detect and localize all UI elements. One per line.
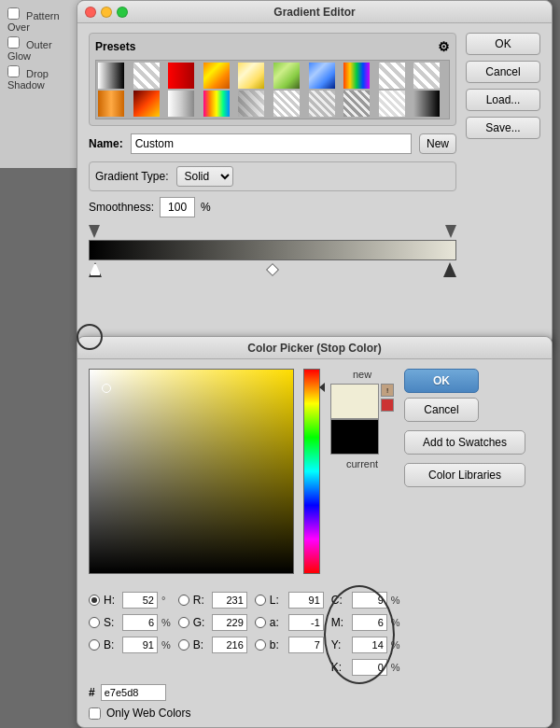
gradient-type-label: Gradient Type: — [95, 170, 169, 183]
preset-swatch[interactable] — [343, 91, 370, 117]
opacity-stop-left[interactable] — [89, 225, 100, 238]
drop-shadow-checkbox[interactable] — [7, 65, 20, 77]
k-input[interactable] — [352, 659, 387, 676]
b2-radio[interactable] — [178, 639, 189, 651]
ok-button[interactable]: OK — [466, 33, 540, 55]
s-input[interactable] — [122, 614, 158, 631]
add-to-swatches-button[interactable]: Add to Swatches — [404, 430, 525, 455]
cp-ok-button[interactable]: OK — [404, 369, 479, 393]
preset-swatch[interactable] — [379, 91, 405, 117]
preset-swatch[interactable] — [309, 91, 335, 117]
a-input[interactable] — [288, 614, 324, 631]
opacity-stop-right[interactable] — [445, 225, 456, 238]
gear-icon[interactable]: ⚙ — [438, 39, 450, 54]
preset-swatch[interactable] — [98, 63, 124, 89]
close-button[interactable] — [85, 7, 96, 18]
warning-icon[interactable]: ! — [381, 384, 394, 397]
gradient-bar[interactable] — [89, 240, 456, 260]
ge-left-panel: Presets ⚙ — [89, 33, 456, 283]
gradient-type-select[interactable]: Solid Noise — [176, 166, 233, 187]
midpoint-diamond[interactable] — [266, 263, 279, 276]
c-input[interactable] — [352, 592, 387, 609]
preset-swatch[interactable] — [379, 63, 405, 89]
outer-glow-checkbox[interactable] — [7, 36, 20, 49]
preset-swatch[interactable] — [343, 63, 370, 89]
preset-swatch[interactable] — [413, 63, 440, 89]
gradient-bar-area — [89, 225, 456, 277]
b-input[interactable] — [122, 637, 158, 653]
c-row: C: % — [331, 591, 400, 609]
r-radio[interactable] — [178, 595, 189, 606]
name-label: Name: — [89, 137, 123, 150]
preset-swatch[interactable] — [168, 91, 194, 117]
a-row: a: — [255, 613, 324, 632]
preset-swatch[interactable] — [203, 63, 230, 89]
b-label: B: — [104, 638, 119, 651]
smoothness-input[interactable] — [160, 197, 195, 217]
g-input[interactable] — [212, 614, 247, 631]
l-label: L: — [270, 594, 285, 607]
color-swatch-wrapper — [330, 384, 379, 455]
k-row: K: % — [331, 658, 400, 677]
only-web-colors-checkbox[interactable] — [89, 707, 101, 720]
s-radio[interactable] — [89, 617, 100, 628]
panel-item-pattern[interactable]: Pattern Over — [7, 6, 74, 35]
save-button[interactable]: Save... — [466, 117, 540, 139]
color-stop-selected[interactable] — [89, 262, 102, 277]
preset-swatch[interactable] — [273, 63, 300, 89]
sb-picker[interactable] — [89, 369, 294, 574]
swatch-icons: ! — [381, 384, 394, 412]
b3-input[interactable] — [288, 637, 324, 653]
color-libraries-button[interactable]: Color Libraries — [404, 463, 525, 487]
cp-right-buttons: OK Cancel Add to Swatches Color Librarie… — [404, 369, 479, 574]
cancel-button[interactable]: Cancel — [466, 61, 540, 83]
oob-icon[interactable] — [381, 399, 394, 412]
l-input[interactable] — [288, 592, 324, 609]
g-radio[interactable] — [178, 617, 189, 628]
maximize-button[interactable] — [117, 7, 128, 18]
b-unit: % — [161, 639, 171, 651]
hex-input[interactable] — [101, 684, 166, 701]
presets-grid — [95, 60, 450, 119]
panel-item-drop-shadow[interactable]: Drop Shadow — [7, 63, 74, 92]
only-web-colors-label: Only Web Colors — [106, 707, 190, 720]
gradient-editor-titlebar: Gradient Editor — [77, 1, 552, 23]
load-button[interactable]: Load... — [466, 89, 540, 111]
name-input[interactable] — [131, 133, 412, 154]
minimize-button[interactable] — [101, 7, 112, 18]
preset-swatch[interactable] — [133, 91, 160, 117]
y-label: Y: — [331, 638, 348, 651]
y-input[interactable] — [352, 637, 387, 653]
k-unit: % — [391, 662, 400, 673]
preset-swatch[interactable] — [309, 63, 335, 89]
preset-swatch[interactable] — [273, 91, 300, 117]
y-unit: % — [391, 639, 400, 651]
rgb-column: R: G: B: — [178, 591, 247, 677]
preset-swatch[interactable] — [98, 91, 124, 117]
new-button[interactable]: New — [419, 133, 456, 154]
h-input[interactable] — [122, 592, 158, 609]
hue-slider[interactable] — [303, 369, 320, 574]
preset-swatch[interactable] — [168, 63, 194, 89]
panel-item-outer-glow[interactable]: Outer Glow — [7, 35, 74, 63]
preset-swatch[interactable] — [238, 63, 264, 89]
b2-input[interactable] — [212, 637, 247, 653]
color-stop-right[interactable] — [443, 262, 456, 277]
cp-cancel-button[interactable]: Cancel — [404, 398, 479, 422]
r-input[interactable] — [212, 592, 247, 609]
l-radio[interactable] — [255, 595, 266, 606]
current-color-swatch[interactable] — [330, 419, 379, 455]
a-radio[interactable] — [255, 617, 266, 628]
preset-swatch[interactable] — [203, 91, 230, 117]
g-label: G: — [193, 616, 208, 629]
b-radio[interactable] — [89, 639, 100, 651]
preset-swatch[interactable] — [413, 91, 440, 117]
hsb-column: H: ° S: % B: % — [89, 591, 171, 677]
m-input[interactable] — [352, 614, 387, 631]
h-radio[interactable] — [89, 595, 100, 606]
b3-radio[interactable] — [255, 639, 266, 651]
new-color-swatch[interactable] — [330, 384, 379, 419]
preset-swatch[interactable] — [238, 91, 264, 117]
pattern-overlay-checkbox[interactable] — [7, 7, 20, 20]
preset-swatch[interactable] — [133, 63, 160, 89]
